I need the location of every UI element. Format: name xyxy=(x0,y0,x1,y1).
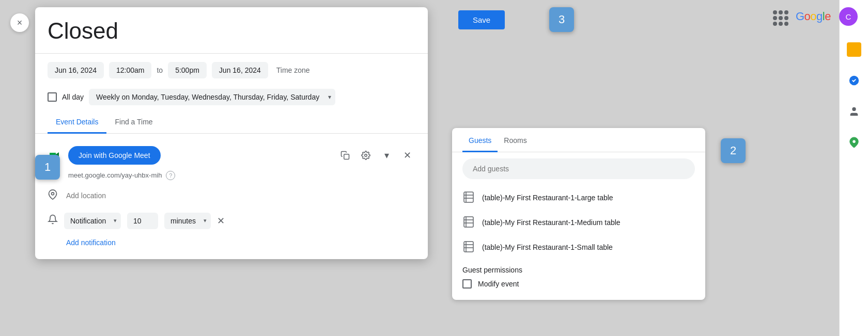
add-guests-input[interactable] xyxy=(462,158,695,179)
location-icon xyxy=(48,189,58,202)
tab-find-time[interactable]: Find a Time xyxy=(106,111,161,134)
svg-point-18 xyxy=(853,140,856,143)
tab-event-details[interactable]: Event Details xyxy=(48,111,106,134)
meet-remove-button[interactable]: ✕ xyxy=(399,147,415,164)
event-content: Join with Google Meet ▾ ✕ xyxy=(35,134,428,259)
meet-link-text: meet.google.com/yay-uhbx-mih xyxy=(68,171,162,179)
room-name-large: (table)-My First Restaurant-1-Large tabl… xyxy=(482,194,613,202)
save-button[interactable]: Save xyxy=(458,10,505,29)
timezone-button[interactable]: Time zone xyxy=(273,62,313,78)
guest-permissions-label: Guest permissions xyxy=(452,260,705,276)
event-dialog: × Closed Jun 16, 2024 12:00am to 5:00pm … xyxy=(35,7,428,259)
meet-copy-button[interactable] xyxy=(337,147,353,164)
end-time-button[interactable]: 5:00pm xyxy=(168,62,207,78)
sidebar-icon-maps[interactable] xyxy=(846,134,862,151)
sidebar-icon-people[interactable] xyxy=(846,103,862,120)
add-notification-row: Add notification xyxy=(35,234,428,251)
meet-actions: ▾ ✕ xyxy=(337,147,415,164)
meet-settings-button[interactable] xyxy=(358,147,374,164)
date-row: Jun 16, 2024 12:00am to 5:00pm Jun 16, 2… xyxy=(35,54,428,87)
allday-checkbox[interactable] xyxy=(48,92,57,102)
meet-help-icon[interactable]: ? xyxy=(166,171,175,180)
right-sidebar xyxy=(839,0,868,336)
table-icon-3 xyxy=(462,240,475,254)
modify-event-label: Modify event xyxy=(478,280,519,288)
end-date-button[interactable]: Jun 16, 2024 xyxy=(212,62,268,78)
svg-point-3 xyxy=(52,193,54,195)
google-apps-icon[interactable] xyxy=(771,8,787,25)
top-bar-right: Google C xyxy=(771,7,858,26)
notification-unit-select[interactable]: minutes xyxy=(164,213,211,229)
recurrence-wrap: Weekly on Monday, Tuesday, Wednesday, Th… xyxy=(89,89,335,105)
notification-row: Notification 10 minutes ✕ xyxy=(35,207,428,234)
modify-event-checkbox[interactable] xyxy=(462,279,472,289)
notification-icon xyxy=(48,214,58,227)
meet-join-button[interactable]: Join with Google Meet xyxy=(68,146,161,165)
notification-value-input[interactable]: 10 xyxy=(127,213,158,229)
svg-rect-12 xyxy=(464,242,473,252)
user-avatar[interactable]: C xyxy=(839,7,858,26)
guests-panel: Guests Rooms (table)-My First Restaurant… xyxy=(452,128,705,300)
permission-modify-event: Modify event xyxy=(452,276,705,292)
meet-row: Join with Google Meet ▾ ✕ xyxy=(35,142,428,169)
table-icon xyxy=(462,190,475,205)
date-separator: to xyxy=(157,66,163,74)
meet-link-row: meet.google.com/yay-uhbx-mih ? xyxy=(35,169,428,184)
notification-unit-wrap: minutes xyxy=(164,213,211,229)
room-item-medium: (table)-My First Restaurant-1-Medium tab… xyxy=(452,210,705,235)
recurrence-dropdown[interactable]: Weekly on Monday, Tuesday, Wednesday, Th… xyxy=(89,89,335,105)
tab-rooms[interactable]: Rooms xyxy=(498,128,533,152)
svg-rect-8 xyxy=(464,217,473,227)
notification-type-wrap: Notification xyxy=(64,213,121,229)
location-row xyxy=(35,184,428,207)
google-logo: Google xyxy=(796,10,831,23)
tab-guests[interactable]: Guests xyxy=(462,128,498,152)
add-notification-button[interactable]: Add notification xyxy=(66,238,116,247)
location-input[interactable] xyxy=(66,191,415,200)
room-name-medium: (table)-My First Restaurant-1-Medium tab… xyxy=(482,218,621,227)
room-name-small: (table)-My First Restaurant-1-Small tabl… xyxy=(482,243,613,251)
badge-2: 2 xyxy=(721,138,746,163)
top-bar: Google C xyxy=(0,0,868,33)
room-item-small: (table)-My First Restaurant-1-Small tabl… xyxy=(452,235,705,260)
svg-rect-1 xyxy=(344,154,349,159)
svg-point-17 xyxy=(852,107,856,111)
sidebar-icon-yellow[interactable] xyxy=(846,41,862,58)
meet-expand-button[interactable]: ▾ xyxy=(378,147,395,164)
tabs-row: Event Details Find a Time xyxy=(35,111,428,134)
allday-row: All day Weekly on Monday, Tuesday, Wedne… xyxy=(35,87,428,111)
start-time-button[interactable]: 12:00am xyxy=(109,62,151,78)
svg-point-2 xyxy=(365,154,367,157)
badge-3: 3 xyxy=(549,7,574,32)
notification-remove-button[interactable]: ✕ xyxy=(217,215,225,227)
guests-tabs-row: Guests Rooms xyxy=(452,128,705,152)
start-date-button[interactable]: Jun 16, 2024 xyxy=(48,62,104,78)
notification-type-select[interactable]: Notification xyxy=(64,213,121,229)
svg-rect-4 xyxy=(464,192,473,202)
table-icon-2 xyxy=(462,215,475,230)
allday-label: All day xyxy=(62,93,84,101)
badge-1: 1 xyxy=(35,155,60,180)
sidebar-icon-tasks[interactable] xyxy=(846,72,862,89)
room-item-large: (table)-My First Restaurant-1-Large tabl… xyxy=(452,185,705,210)
